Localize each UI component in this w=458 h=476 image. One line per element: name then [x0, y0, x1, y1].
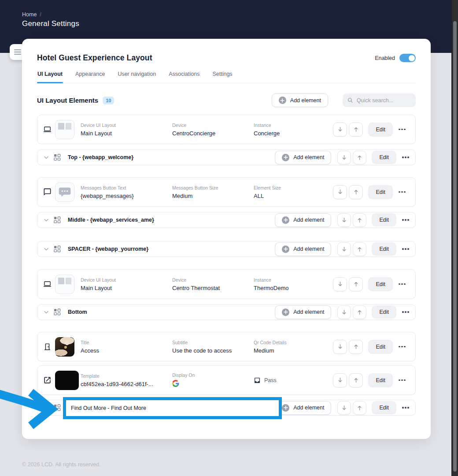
arrow-up-icon: [353, 377, 359, 383]
edit-button[interactable]: Edit: [368, 340, 393, 354]
move-up-button[interactable]: [353, 401, 366, 415]
arrow-up-icon: [356, 246, 363, 253]
add-element-button[interactable]: Add element: [275, 242, 331, 256]
add-element-button[interactable]: Add element: [272, 93, 328, 107]
toggle-knob: [409, 55, 415, 61]
move-down-button[interactable]: [333, 340, 347, 354]
move-down-button[interactable]: [333, 277, 347, 291]
field-label: Messages Button Text: [81, 185, 172, 190]
add-element-button[interactable]: Add element: [275, 305, 331, 319]
ellipsis-icon: [402, 156, 404, 158]
group-label: Find Out More - Find Out More: [71, 405, 146, 411]
arrow-up-icon: [356, 309, 363, 316]
table-row: Templatecbf452ea-1d93-4662-d61f-... Disp…: [37, 365, 416, 395]
move-down-button[interactable]: [333, 123, 347, 137]
chevron-down-icon[interactable]: [43, 219, 50, 222]
move-up-button[interactable]: [349, 123, 363, 137]
field-value: {webapp_messages}: [81, 193, 172, 199]
page-title: General Settings: [22, 19, 79, 28]
search-input[interactable]: [357, 97, 411, 104]
move-up-button[interactable]: [353, 242, 366, 256]
section-bar: UI Layout Elements 10 Add element: [37, 93, 416, 107]
group-label: Top - {webapp_welcome}: [68, 154, 133, 160]
more-options-button[interactable]: [400, 150, 411, 164]
arrow-down-icon: [341, 246, 347, 253]
add-element-button[interactable]: Add element: [275, 151, 331, 164]
table-row-group: Top - {webapp_welcome} Add element Edit: [37, 149, 416, 165]
more-options-button[interactable]: [396, 123, 408, 137]
ellipsis-icon: [402, 219, 404, 221]
enabled-control: Enabled: [375, 54, 416, 62]
tab-associations[interactable]: Associations: [168, 71, 200, 83]
table-row: Messages Button Text{webapp_messages} Me…: [37, 177, 416, 207]
arrow-down-icon: [337, 189, 344, 195]
edit-button[interactable]: Edit: [372, 213, 396, 227]
edit-button[interactable]: Edit: [372, 401, 396, 414]
move-up-button[interactable]: [353, 151, 366, 164]
tab-appearance[interactable]: Appearance: [75, 71, 105, 83]
edit-button[interactable]: Edit: [368, 277, 393, 291]
more-options-button[interactable]: [400, 305, 411, 319]
plus-icon: [279, 97, 286, 104]
move-up-button[interactable]: [353, 213, 366, 227]
scrollbar-thumb[interactable]: [453, 21, 457, 472]
tab-bar: UI Layout Appearance User navigation Ass…: [37, 71, 416, 83]
table-row: TitleAccess SubtitleUse the code to acce…: [37, 332, 416, 361]
tab-ui-layout[interactable]: UI Layout: [37, 71, 63, 83]
move-up-button[interactable]: [349, 185, 363, 199]
enabled-toggle[interactable]: [399, 54, 416, 62]
move-down-button[interactable]: [337, 401, 351, 415]
more-options-button[interactable]: [400, 213, 411, 227]
arrow-up-icon: [356, 154, 363, 161]
ellipsis-icon: [399, 283, 400, 285]
grid-icon: [54, 309, 61, 316]
arrow-down-icon: [341, 405, 347, 411]
tab-settings[interactable]: Settings: [212, 71, 233, 83]
edit-button[interactable]: Edit: [372, 305, 396, 319]
move-down-button[interactable]: [333, 185, 347, 199]
tab-user-navigation[interactable]: User navigation: [117, 71, 156, 83]
arrow-down-icon: [337, 343, 344, 350]
arrow-up-icon: [356, 405, 363, 411]
more-options-button[interactable]: [396, 277, 408, 291]
move-down-button[interactable]: [337, 213, 351, 227]
arrow-down-icon: [337, 377, 344, 383]
chevron-down-icon[interactable]: [43, 248, 50, 251]
move-up-button[interactable]: [349, 277, 363, 291]
scrollbar[interactable]: [451, 0, 458, 476]
edit-button[interactable]: Edit: [368, 123, 393, 137]
hamburger-icon: [14, 49, 21, 50]
ellipsis-icon: [399, 191, 400, 193]
edit-button[interactable]: Edit: [372, 151, 396, 164]
edit-button[interactable]: Edit: [372, 242, 396, 256]
element-list: Device UI LayoutMain Layout DeviceCentro…: [37, 115, 416, 416]
chevron-down-icon[interactable]: [43, 156, 50, 159]
move-up-button[interactable]: [353, 305, 366, 319]
add-element-button[interactable]: Add element: [275, 401, 331, 415]
move-down-button[interactable]: [333, 373, 347, 387]
field-value: cbf452ea-1d93-4662-d61f-...: [81, 381, 172, 387]
edit-button[interactable]: Edit: [368, 373, 393, 387]
field-value: Medium: [254, 347, 333, 354]
add-element-button[interactable]: Add element: [275, 213, 331, 227]
move-down-button[interactable]: [337, 242, 351, 256]
more-options-button[interactable]: [396, 185, 408, 199]
move-down-button[interactable]: [337, 305, 351, 319]
more-options-button[interactable]: [400, 401, 411, 415]
move-up-button[interactable]: [349, 340, 363, 354]
move-down-button[interactable]: [337, 151, 351, 164]
move-up-button[interactable]: [349, 373, 363, 387]
more-options-button[interactable]: [396, 373, 408, 387]
edit-button[interactable]: Edit: [368, 185, 393, 199]
field-label: Device UI Layout: [81, 123, 172, 128]
grid-icon: [54, 154, 61, 161]
template-thumbnail: [55, 371, 79, 390]
pass-label: Pass: [264, 377, 277, 383]
more-options-button[interactable]: [400, 242, 411, 256]
chevron-down-icon[interactable]: [43, 406, 50, 409]
table-row-group: Middle - {webapp_services_ame} Add eleme…: [37, 212, 416, 228]
more-options-button[interactable]: [396, 340, 408, 354]
field-label: Qr Code Details: [254, 340, 333, 345]
chevron-down-icon[interactable]: [43, 311, 50, 314]
breadcrumb-home-link[interactable]: Home: [22, 11, 37, 18]
